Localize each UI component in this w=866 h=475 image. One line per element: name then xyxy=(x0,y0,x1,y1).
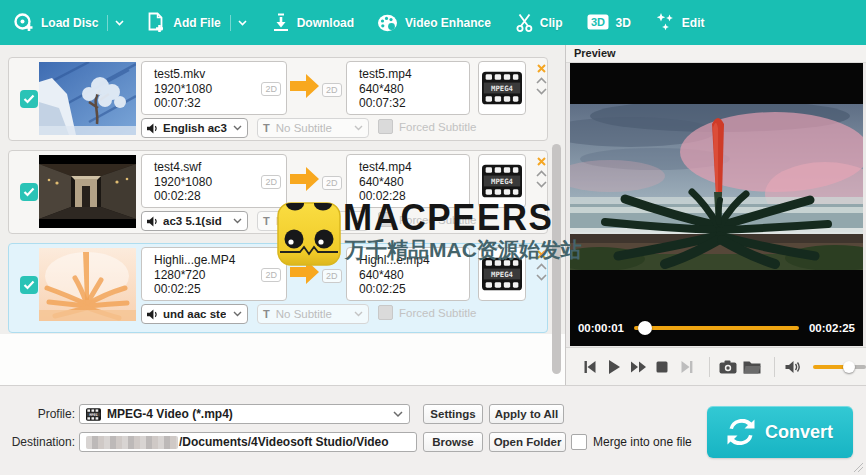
forced-subtitle-box[interactable] xyxy=(378,305,393,320)
merge-checkbox[interactable]: Merge into one file xyxy=(571,434,692,450)
output-format-card[interactable]: MPEG4 xyxy=(478,61,526,115)
volume-slider-thumb[interactable] xyxy=(843,361,855,373)
forced-subtitle-checkbox[interactable]: Forced Subtitle xyxy=(378,212,476,227)
edit-label: Edit xyxy=(682,16,705,30)
merge-checkbox-box[interactable] xyxy=(571,434,587,450)
move-down-button[interactable] xyxy=(536,86,547,95)
svg-text:MPEG: MPEG xyxy=(89,412,97,416)
load-disc-button[interactable]: Load Disc xyxy=(13,12,124,33)
profile-select[interactable]: MPEG MPEG-4 Video (*.mp4) xyxy=(79,404,410,424)
open-folder-button[interactable]: Open Folder xyxy=(489,432,566,452)
output-settings-panel: Profile: MPEG MPEG-4 Video (*.mp4) Setti… xyxy=(0,385,866,475)
seek-slider[interactable] xyxy=(634,326,799,330)
output-format-card[interactable]: MPEG4 xyxy=(478,154,526,208)
output-2d-badge: 2D xyxy=(322,176,342,190)
svg-text:3D: 3D xyxy=(590,16,604,28)
source-filename: test4.swf xyxy=(154,160,286,175)
audio-track-select[interactable]: und aac ste xyxy=(141,304,248,324)
file-checkbox[interactable] xyxy=(20,90,38,108)
fast-forward-button[interactable] xyxy=(628,358,648,376)
open-folder-label: Open Folder xyxy=(494,436,562,448)
file-row-3[interactable]: Highli...ge.MP4 1280*720 00:02:25 2D 2D … xyxy=(8,243,548,333)
move-up-button[interactable] xyxy=(536,168,547,177)
load-disc-label: Load Disc xyxy=(41,16,98,30)
list-scrollbar[interactable] xyxy=(552,144,561,374)
browse-button[interactable]: Browse xyxy=(423,432,483,452)
subtitle-t-icon: T xyxy=(263,215,270,227)
move-up-button[interactable] xyxy=(536,75,547,84)
source-duration: 00:02:28 xyxy=(154,189,286,204)
remove-file-button[interactable] xyxy=(537,249,546,259)
destination-field[interactable]: /Documents/4Videosoft Studio/Video xyxy=(79,432,417,452)
remove-file-button[interactable] xyxy=(537,156,546,166)
subtitle-select[interactable]: T No Subtitle xyxy=(257,304,369,324)
play-button[interactable] xyxy=(604,358,624,376)
load-disc-dropdown-icon[interactable] xyxy=(115,20,124,26)
mute-button[interactable] xyxy=(783,358,803,376)
add-file-button[interactable]: Add File xyxy=(147,12,246,33)
convert-arrow-icon xyxy=(288,73,320,99)
audio-track-select[interactable]: English ac3 xyxy=(141,118,248,138)
stop-button[interactable] xyxy=(652,358,672,376)
subtitle-value: No Subtitle xyxy=(276,215,332,227)
main-toolbar: Load Disc Add File Download xyxy=(0,0,866,45)
output-info-card: Highl...e.mp4 640*480 00:02:25 xyxy=(346,247,470,301)
subtitle-value: No Subtitle xyxy=(276,122,332,134)
snapshot-button[interactable] xyxy=(718,358,738,376)
check-icon xyxy=(23,94,35,104)
censored-username xyxy=(86,436,178,449)
svg-text:MPEG4: MPEG4 xyxy=(491,177,513,186)
video-enhance-button[interactable]: Video Enhance xyxy=(377,14,491,32)
total-time: 00:02:25 xyxy=(801,322,863,334)
preview-panel: Preview xyxy=(565,45,866,385)
file-checkbox[interactable] xyxy=(20,183,38,201)
apply-to-all-button[interactable]: Apply to All xyxy=(489,404,564,424)
subtitle-select[interactable]: T No Subtitle xyxy=(257,118,369,138)
add-file-dropdown-icon[interactable] xyxy=(238,20,247,26)
preview-title: Preview xyxy=(566,45,866,63)
clip-button[interactable]: Clip xyxy=(516,13,563,33)
toolbar-separator xyxy=(107,15,108,31)
audio-track-select[interactable]: ac3 5.1(sid xyxy=(141,211,248,231)
forced-subtitle-checkbox[interactable]: Forced Subtitle xyxy=(378,305,476,320)
next-button[interactable] xyxy=(677,358,697,376)
file-row-2[interactable]: test4.swf 1920*1080 00:02:28 2D 2D test4… xyxy=(8,150,548,234)
playback-timebar: 00:00:01 00:02:25 xyxy=(570,316,863,340)
output-duration: 00:02:28 xyxy=(359,189,469,204)
settings-button[interactable]: Settings xyxy=(423,404,483,424)
move-down-button[interactable] xyxy=(536,272,547,281)
snapshot-folder-button[interactable] xyxy=(742,358,762,376)
previous-button[interactable] xyxy=(580,358,600,376)
output-duration: 00:02:25 xyxy=(359,282,469,297)
convert-button[interactable]: Convert xyxy=(707,406,853,458)
destination-label: Destination: xyxy=(3,435,75,449)
forced-subtitle-box[interactable] xyxy=(378,119,393,134)
output-2d-badge: 2D xyxy=(322,83,342,97)
output-filename: Highl...e.mp4 xyxy=(359,253,469,268)
check-icon xyxy=(23,187,35,197)
volume-slider[interactable] xyxy=(813,365,866,369)
file-row-1[interactable]: test5.mkv 1920*1080 00:07:32 2D 2D test5… xyxy=(8,57,548,141)
subtitle-t-icon: T xyxy=(263,308,270,320)
video-enhance-icon xyxy=(377,14,398,32)
window-resize-grip[interactable] xyxy=(853,462,863,472)
output-format-card[interactable]: MPEG4 xyxy=(478,247,526,301)
audio-track-value: English ac3 xyxy=(163,122,227,134)
edit-button[interactable]: Edit xyxy=(656,13,705,32)
3d-label: 3D xyxy=(616,16,631,30)
speaker-icon xyxy=(147,216,158,227)
source-duration: 00:07:32 xyxy=(154,96,286,111)
current-time: 00:00:01 xyxy=(570,322,632,334)
seek-slider-thumb[interactable] xyxy=(638,321,652,335)
remove-file-button[interactable] xyxy=(537,63,546,73)
forced-subtitle-box[interactable] xyxy=(378,212,393,227)
file-checkbox[interactable] xyxy=(20,276,38,294)
subtitle-select[interactable]: T No Subtitle xyxy=(257,211,369,231)
3d-button[interactable]: 3D 3D xyxy=(587,14,631,31)
download-button[interactable]: Download xyxy=(272,13,354,32)
forced-subtitle-checkbox[interactable]: Forced Subtitle xyxy=(378,119,476,134)
move-up-button[interactable] xyxy=(536,261,547,270)
output-filename: test5.mp4 xyxy=(359,67,469,82)
move-down-button[interactable] xyxy=(536,179,547,188)
add-file-label: Add File xyxy=(173,16,220,30)
